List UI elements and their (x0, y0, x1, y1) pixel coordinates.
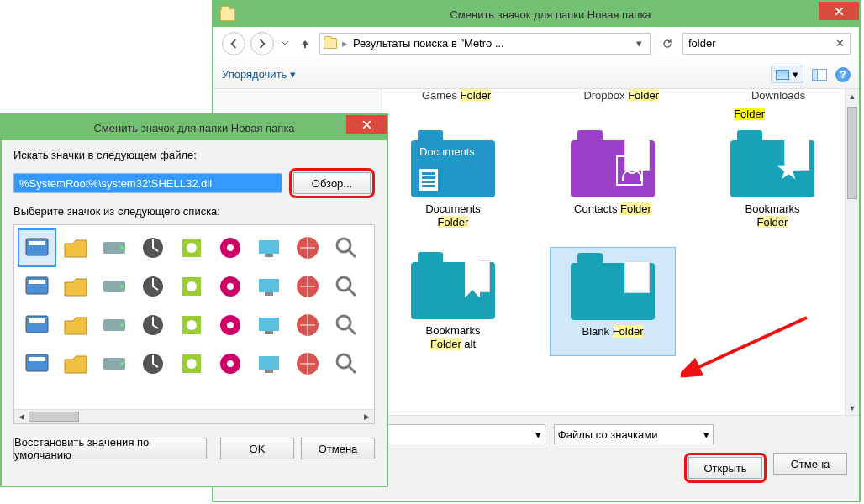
file-caption: Blank Folder (582, 325, 644, 339)
chip-icon[interactable] (135, 230, 171, 265)
icon-list[interactable]: ◀ ▶ (13, 224, 375, 424)
scroll-down-icon[interactable]: ▼ (846, 401, 859, 415)
refresh-button[interactable] (656, 33, 677, 55)
scroll-thumb[interactable] (847, 107, 857, 199)
search-input[interactable] (688, 37, 835, 50)
window-icon[interactable] (19, 230, 55, 265)
tree-icon[interactable] (135, 346, 171, 381)
screen-icon[interactable] (19, 307, 55, 343)
icon-path-input[interactable] (13, 173, 282, 193)
organize-menu[interactable]: Упорядочить ▾ (222, 68, 296, 81)
up-button[interactable] (296, 34, 314, 53)
horizontal-scrollbar[interactable]: ◀ ▶ (14, 409, 374, 423)
fax-icon[interactable] (290, 269, 325, 304)
key-icon[interactable] (213, 346, 248, 381)
cdrom-icon[interactable] (213, 269, 248, 304)
scroll-right-icon[interactable]: ▶ (360, 412, 374, 421)
lock-icon[interactable] (290, 346, 325, 381)
file-list[interactable]: Games FolderDropbox FolderDownloads Fold… (382, 89, 859, 415)
svg-point-48 (337, 354, 350, 368)
svg-point-7 (187, 243, 197, 253)
partial-row: Games FolderDropbox FolderDownloads (390, 89, 851, 108)
svg-rect-11 (265, 254, 273, 257)
dvd-icon[interactable] (58, 346, 93, 381)
svg-rect-35 (265, 331, 273, 334)
svg-point-9 (227, 244, 234, 251)
open-button[interactable]: Открыть (688, 457, 762, 479)
folder-open-icon[interactable] (329, 269, 364, 304)
drive2-icon[interactable] (19, 346, 55, 381)
svg-rect-46 (259, 356, 279, 370)
monitor-icon[interactable] (174, 269, 209, 304)
net-panel-icon[interactable] (251, 230, 287, 265)
folder-icon[interactable] (58, 230, 93, 265)
restore-defaults-button[interactable]: Восстановить значения по умолчанию (13, 438, 207, 459)
svg-point-43 (187, 359, 197, 369)
clear-search-icon[interactable]: ✕ (835, 37, 845, 50)
mail-icon[interactable] (213, 307, 248, 343)
scroll-left-icon[interactable]: ◀ (14, 412, 29, 421)
file-item-contacts[interactable]: Contacts Folder (550, 125, 676, 235)
printer-icon[interactable] (174, 230, 209, 265)
window-title: Сменить значок для папки Новая папка (242, 8, 859, 21)
file-item-documents[interactable]: DocumentsDocumentsFolder (390, 125, 516, 235)
help-button[interactable]: ? (835, 67, 851, 82)
svg-point-4 (120, 246, 124, 249)
chevron-down-icon[interactable]: ▾ (631, 37, 646, 50)
organize-label: Упорядочить (222, 68, 287, 81)
file-filter-combo[interactable]: Файлы со значками▾ (554, 424, 714, 444)
back-button[interactable] (222, 32, 245, 55)
history-dropdown[interactable] (279, 41, 291, 45)
recycle-icon[interactable] (329, 230, 364, 265)
window-title: Сменить значок для папки Новая папка (93, 122, 294, 134)
file-caption: BookmarksFolder alt (425, 324, 480, 352)
cancel-button[interactable]: Отмена (773, 453, 847, 475)
close-button[interactable] (346, 115, 387, 134)
svg-point-36 (337, 316, 350, 329)
chevron-down-icon: ▾ (290, 68, 296, 81)
power-icon[interactable] (251, 346, 287, 381)
svg-point-16 (120, 285, 124, 288)
doc-icon[interactable] (19, 269, 55, 304)
browse-button[interactable]: Обзор... (293, 172, 371, 194)
clock-icon[interactable] (213, 230, 248, 265)
svg-rect-26 (29, 318, 45, 323)
file-caption: BookmarksFolder (745, 202, 799, 230)
sound-icon[interactable] (290, 230, 325, 265)
search-box[interactable]: ✕ (682, 33, 851, 55)
disc-icon[interactable] (58, 269, 93, 304)
hand-icon[interactable] (290, 307, 325, 343)
search-icon[interactable] (174, 307, 209, 343)
users-icon[interactable] (174, 346, 209, 381)
vertical-scrollbar[interactable]: ▲ ▼ (845, 89, 859, 415)
floppy-icon[interactable] (58, 307, 93, 343)
gear-icon[interactable] (251, 307, 287, 343)
help-icon[interactable] (329, 307, 364, 343)
path-label: Искать значки в следующем файле: (13, 149, 375, 161)
ok-button[interactable]: OK (220, 438, 294, 459)
preview-pane-button[interactable] (812, 69, 827, 81)
svg-rect-14 (29, 280, 45, 284)
scroll-thumb[interactable] (29, 412, 79, 422)
cancel-button[interactable]: Отмена (301, 438, 375, 459)
file-item-blank[interactable]: Blank Folder (550, 247, 676, 357)
scroll-up-icon[interactable]: ▲ (846, 89, 859, 103)
svg-point-45 (227, 360, 234, 367)
photo-icon[interactable] (251, 269, 287, 304)
file-item-bookmarks-alt[interactable]: BookmarksFolder alt (390, 247, 516, 357)
lan-icon[interactable] (329, 346, 364, 381)
svg-rect-2 (29, 241, 45, 245)
globe-icon[interactable] (135, 269, 171, 304)
toolbar: Упорядочить ▾ ▾ ? (213, 60, 859, 89)
change-icon-dialog: Сменить значок для папки Новая папка Иск… (0, 113, 388, 487)
close-button[interactable] (819, 2, 859, 20)
file-item-bookmarks[interactable]: ★BookmarksFolder (709, 125, 835, 235)
install-icon[interactable] (97, 346, 132, 381)
world2-icon[interactable] (135, 307, 171, 343)
netdrive-icon[interactable] (97, 269, 132, 304)
drive-icon[interactable] (97, 230, 132, 265)
error-icon[interactable] (97, 307, 132, 343)
address-bar[interactable]: ▸ Результаты поиска в "Metro ... ▾ (319, 33, 651, 55)
view-mode-button[interactable]: ▾ (771, 66, 803, 83)
forward-button[interactable] (250, 32, 274, 55)
